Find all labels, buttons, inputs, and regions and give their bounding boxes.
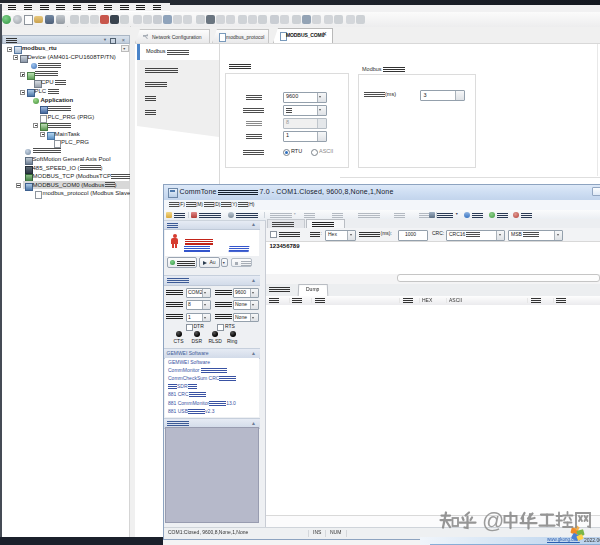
svg-text:@: @: [482, 508, 504, 533]
